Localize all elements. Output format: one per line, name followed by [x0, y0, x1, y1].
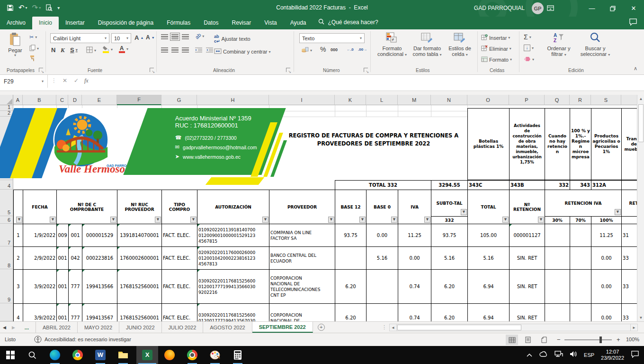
italic-button[interactable]: K	[61, 46, 65, 54]
column-header-g[interactable]: G	[161, 95, 197, 105]
cell-base0[interactable]: 0.00	[367, 224, 398, 247]
cell-styles-button[interactable]: Estilos de celda ▾	[445, 32, 474, 58]
cell-iva[interactable]: 0.74	[398, 304, 431, 322]
language-indicator[interactable]: ESP	[584, 352, 594, 358]
formula-input[interactable]	[93, 75, 644, 88]
cell-iva[interactable]: 0.74	[398, 270, 431, 304]
conditional-format-button[interactable]: ≠ Formato condicional ▾	[376, 32, 408, 58]
filter-button[interactable]: ▼	[110, 217, 116, 223]
tab-formulas[interactable]: Fórmulas	[160, 17, 197, 29]
align-center-icon[interactable]	[171, 47, 179, 53]
zoom-slider-thumb[interactable]	[599, 337, 602, 343]
filter-button[interactable]: ▼	[538, 217, 544, 223]
cell-iva[interactable]: 0.00	[398, 247, 431, 270]
cell-autorizacion[interactable]: 030920220117681525600 012001777199413567…	[197, 304, 269, 322]
tab-inicio[interactable]: Inicio	[32, 17, 59, 29]
network-icon[interactable]	[555, 351, 563, 359]
cell-num-retencion[interactable]: 000001127	[510, 224, 545, 247]
filter-button[interactable]: ▼	[391, 217, 397, 223]
subheader-30[interactable]: 30%	[545, 217, 570, 224]
scroll-down-arrow[interactable]: ▼	[637, 314, 644, 321]
subheader-100[interactable]: 100%	[591, 217, 622, 224]
paint-icon[interactable]	[209, 349, 221, 361]
column-header-s[interactable]: S	[591, 95, 621, 105]
cell-tipo[interactable]: FACT. ELEC.	[162, 247, 197, 270]
cell-serie1[interactable]: 001	[57, 304, 69, 322]
top-header-agricolas[interactable]: Productos agricoilas o Pecuarios 1%	[591, 108, 622, 180]
view-normal-button[interactable]	[506, 335, 518, 345]
column-header-m[interactable]: M	[398, 95, 431, 105]
zoom-in-button[interactable]: +	[617, 336, 620, 343]
column-header-p[interactable]: P	[509, 95, 545, 105]
row-header-5[interactable]: 5	[0, 190, 13, 216]
cell-empty[interactable]	[14, 181, 335, 190]
cell-serie1[interactable]: 001	[57, 270, 69, 304]
header-fecha[interactable]: FECHA▼	[23, 190, 57, 224]
tab-vista[interactable]: Vista	[258, 17, 283, 29]
top-header-botellas[interactable]: Botellas plásticas 1%	[467, 108, 510, 180]
sheet-tab-agosto[interactable]: AGOSTO 2022	[203, 322, 252, 333]
word-icon[interactable]: W	[95, 349, 106, 361]
cell-proveedor[interactable]: CORPORACION NACIONAL DE TELECOMUNICACION…	[269, 270, 335, 304]
row-header-6[interactable]: 6	[0, 216, 13, 224]
column-header-f[interactable]: F	[117, 95, 161, 105]
cell-ret30[interactable]	[545, 304, 570, 322]
restore-button[interactable]	[602, 0, 623, 17]
header-base0[interactable]: BASE 0▼	[367, 190, 398, 224]
cell-secuencial[interactable]: 199413567	[82, 304, 117, 322]
numero-dialog-launcher[interactable]	[364, 68, 368, 72]
cell-ruc[interactable]: 1768152560001	[117, 304, 162, 322]
alineacion-dialog-launcher[interactable]	[286, 68, 290, 72]
clock[interactable]: 12:0723/9/2022	[601, 349, 624, 361]
column-header-c[interactable]: C	[56, 95, 68, 105]
fuente-dialog-launcher[interactable]	[150, 68, 154, 72]
column-header-o[interactable]: O	[467, 95, 509, 105]
find-select-button[interactable]: Buscar y seleccionar ▾	[577, 32, 614, 58]
cell-tipo[interactable]: FACT. ELEC.	[162, 270, 197, 304]
tab-archivo[interactable]: Archivo	[0, 17, 32, 29]
cell-ruc[interactable]: 1768152560001	[117, 270, 162, 304]
ribbon-display-options-button[interactable]	[540, 0, 561, 17]
fill-button[interactable]: ↓▾	[524, 45, 534, 51]
cell-secuencial[interactable]: 000223816	[82, 247, 117, 270]
decrease-decimal-button[interactable]: .00→	[358, 47, 367, 52]
cell-total[interactable]: 5.16	[468, 247, 510, 270]
view-page-break-button[interactable]	[538, 335, 550, 345]
cell-index[interactable]: 3	[14, 270, 23, 304]
cell-ret30[interactable]	[545, 270, 570, 304]
action-center-icon[interactable]	[631, 350, 639, 360]
cell-total-label[interactable]: TOTAL 332	[335, 181, 431, 190]
vertical-scrollbar[interactable]: ▲ ▼	[637, 95, 644, 321]
zoom-level[interactable]: 100%	[626, 337, 639, 342]
volume-icon[interactable]	[570, 351, 577, 359]
cell-base12[interactable]	[335, 247, 367, 270]
new-sheet-button[interactable]: +	[313, 322, 330, 333]
cell-ret100[interactable]: 0.00	[591, 304, 622, 322]
zoom-slider-track[interactable]	[564, 339, 612, 340]
cell-code-332[interactable]: 332	[545, 181, 570, 190]
cell-serie2[interactable]: 001	[69, 224, 82, 247]
column-header-i[interactable]: I	[269, 95, 335, 105]
accounting-format-button[interactable]: ▾	[301, 46, 312, 54]
insert-cells-button[interactable]: Insertar▾	[481, 34, 510, 41]
horizontal-scrollbar[interactable]: ◄ ►	[389, 324, 638, 331]
cell-ret100[interactable]: 0.00	[591, 270, 622, 304]
sheet-tab-more[interactable]: ...	[18, 322, 36, 333]
filter-button[interactable]: ▼	[190, 217, 197, 223]
orientation-button[interactable]: ab▾	[195, 33, 204, 39]
filter-button[interactable]: ▼	[50, 217, 56, 223]
cell-base0[interactable]	[367, 304, 398, 322]
tab-revisar[interactable]: Revisar	[225, 17, 258, 29]
header-total[interactable]: TOTAL▼	[468, 190, 510, 224]
sort-filter-button[interactable]: AZ Ordenar y filtrar ▾	[543, 32, 575, 58]
header-num-retencion[interactable]: Nº RETENCION▼	[510, 190, 545, 224]
increase-decimal-button[interactable]: ←.0	[347, 47, 354, 52]
name-box[interactable]: F29▾	[0, 75, 48, 88]
row-header-10[interactable]	[0, 303, 13, 321]
subheader-70[interactable]: 70%	[570, 217, 591, 224]
tab-datos[interactable]: Datos	[197, 17, 225, 29]
format-cells-button[interactable]: Formato▾	[481, 56, 512, 63]
cell-base0[interactable]: 5.16	[367, 247, 398, 270]
calculator-icon[interactable]	[232, 349, 243, 361]
sheet-tab-junio[interactable]: JUNIO 2022	[119, 322, 162, 333]
